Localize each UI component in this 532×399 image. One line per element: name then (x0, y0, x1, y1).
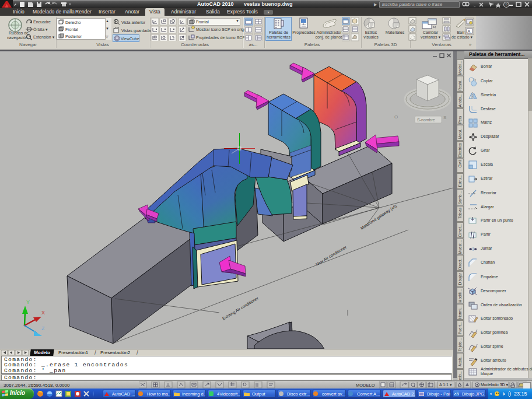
svg-text:Z: Z (41, 326, 45, 331)
svg-text:New Air conditioner: New Air conditioner (315, 244, 348, 266)
svg-text:S: S (443, 115, 446, 120)
svg-text:Y: Y (26, 299, 30, 305)
svg-text:S-nombre: S-nombre (417, 118, 435, 122)
svg-text:A 1:1 ▾: A 1:1 ▾ (439, 383, 452, 387)
svg-text:Modelado 3D ▾: Modelado 3D ▾ (481, 383, 509, 387)
svg-text:O: O (394, 114, 398, 120)
svg-text:X: X (41, 310, 45, 316)
